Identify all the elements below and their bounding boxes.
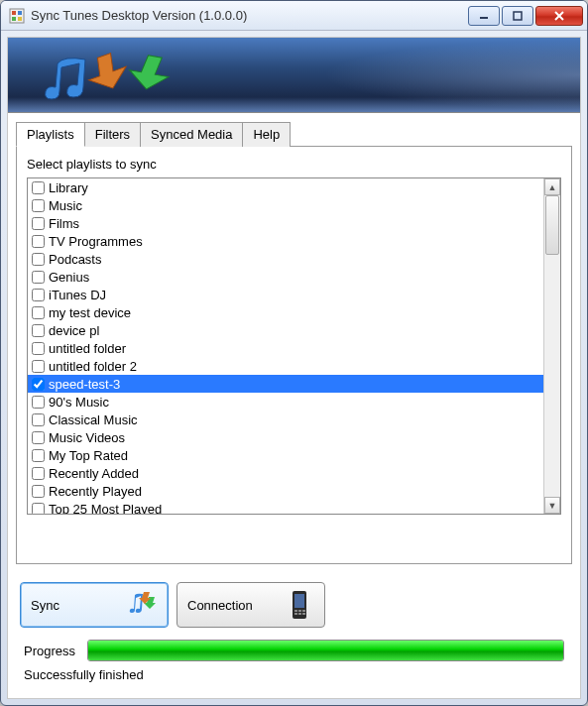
playlist-row[interactable]: Recently Added [28,464,543,482]
playlist-name: my test device [49,305,131,320]
playlist-row[interactable]: My Top Rated [28,446,543,464]
svg-rect-13 [302,610,305,612]
titlebar[interactable]: Sync Tunes Desktop Version (1.0.0.0) [1,1,587,31]
svg-rect-6 [514,12,522,20]
playlist-row[interactable]: Music [28,196,543,214]
playlist-checkbox[interactable] [32,253,45,266]
window-controls [468,6,583,26]
phone-icon [285,590,314,620]
tab-panel-playlists: Select playlists to sync LibraryMusicFil… [16,146,572,564]
playlist-checkbox[interactable] [32,467,45,480]
maximize-button[interactable] [502,6,533,26]
client-area: PlaylistsFiltersSynced MediaHelp Select … [7,37,581,699]
playlist-name: Music Videos [49,430,125,445]
svg-rect-16 [302,613,305,615]
svg-rect-4 [18,17,22,21]
playlist-row[interactable]: Music Videos [28,428,543,446]
playlist-checkbox[interactable] [32,360,45,373]
playlist-name: Films [49,216,79,231]
playlist-name: Classical Music [49,412,138,427]
playlist-checkbox[interactable] [32,217,45,230]
sync-button[interactable]: Sync [20,582,169,628]
playlist-checkbox[interactable] [32,396,45,409]
tab-synced-media[interactable]: Synced Media [140,122,243,147]
playlist-checkbox[interactable] [32,306,45,319]
playlist-row[interactable]: Library [28,178,543,196]
playlist-name: Top 25 Most Played [49,502,162,515]
playlist-rows: LibraryMusicFilmsTV ProgrammesPodcastsGe… [28,178,543,514]
scroll-down-button[interactable]: ▼ [544,497,560,514]
playlist-name: Library [49,180,88,195]
sync-icon [128,590,158,620]
logo-icon [26,46,184,109]
playlist-row[interactable]: speed-test-3 [28,375,543,393]
svg-rect-15 [298,613,301,615]
playlist-checkbox[interactable] [32,378,45,391]
connection-button[interactable]: Connection [176,582,325,628]
playlist-name: iTunes DJ [49,288,106,302]
playlist-row[interactable]: Recently Played [28,482,543,500]
banner [8,38,580,113]
playlist-checkbox[interactable] [32,235,45,248]
scroll-up-button[interactable]: ▲ [544,178,560,195]
playlist-name: 90's Music [49,395,109,410]
playlist-checkbox[interactable] [32,485,45,498]
playlist-row[interactable]: iTunes DJ [28,286,543,303]
svg-rect-14 [294,613,297,615]
progress-label: Progress [24,644,75,658]
tab-filters[interactable]: Filters [84,122,141,147]
svg-rect-3 [12,17,16,21]
playlist-name: Music [49,198,82,213]
minimize-button[interactable] [468,6,500,26]
close-button[interactable] [535,6,583,26]
playlist-checkbox[interactable] [32,413,45,426]
playlist-row[interactable]: untitled folder [28,339,543,357]
playlist-checkbox[interactable] [32,289,45,301]
playlist-name: Genius [49,270,89,285]
playlist-row[interactable]: Classical Music [28,411,543,428]
scroll-track[interactable] [544,195,560,497]
playlist-row[interactable]: 90's Music [28,393,543,411]
playlist-checkbox[interactable] [32,449,45,462]
status-text: Successfully finished [24,667,564,682]
svg-rect-11 [294,610,297,612]
playlist-row[interactable]: device pl [28,321,543,339]
svg-rect-1 [12,11,16,15]
playlist-name: device pl [49,323,99,338]
playlist-row[interactable]: untitled folder 2 [28,357,543,375]
tab-help[interactable]: Help [242,122,291,147]
playlist-row[interactable]: TV Programmes [28,232,543,250]
playlist-checkbox[interactable] [32,324,45,337]
playlist-checkbox[interactable] [32,199,45,212]
progress-fill [88,641,563,660]
instruction-label: Select playlists to sync [27,157,561,172]
connection-button-label: Connection [187,598,253,613]
playlist-listbox[interactable]: LibraryMusicFilmsTV ProgrammesPodcastsGe… [27,177,561,515]
scroll-thumb[interactable] [545,195,559,255]
playlist-checkbox[interactable] [32,342,45,355]
tab-playlists[interactable]: Playlists [16,122,85,147]
playlist-name: speed-test-3 [49,377,120,392]
playlist-name: Podcasts [49,252,101,267]
app-window: Sync Tunes Desktop Version (1.0.0.0) [0,0,588,706]
playlist-row[interactable]: Genius [28,268,543,286]
playlist-checkbox[interactable] [32,271,45,284]
window-title: Sync Tunes Desktop Version (1.0.0.0) [31,8,468,23]
playlist-checkbox[interactable] [32,181,45,194]
playlist-checkbox[interactable] [32,503,45,515]
playlist-name: TV Programmes [49,234,143,249]
playlist-row[interactable]: my test device [28,303,543,321]
playlist-row[interactable]: Podcasts [28,250,543,268]
playlist-name: untitled folder [49,341,126,356]
progress-bar [87,640,564,661]
playlist-name: Recently Added [49,466,139,481]
playlist-row[interactable]: Films [28,214,543,232]
playlist-checkbox[interactable] [32,431,45,444]
sync-button-label: Sync [31,598,59,613]
playlist-name: Recently Played [49,484,142,499]
playlist-name: My Top Rated [49,448,128,463]
playlist-row[interactable]: Top 25 Most Played [28,500,543,514]
progress-area: Progress Successfully finished [8,634,580,698]
svg-rect-2 [18,11,22,15]
scrollbar[interactable]: ▲ ▼ [543,178,560,514]
